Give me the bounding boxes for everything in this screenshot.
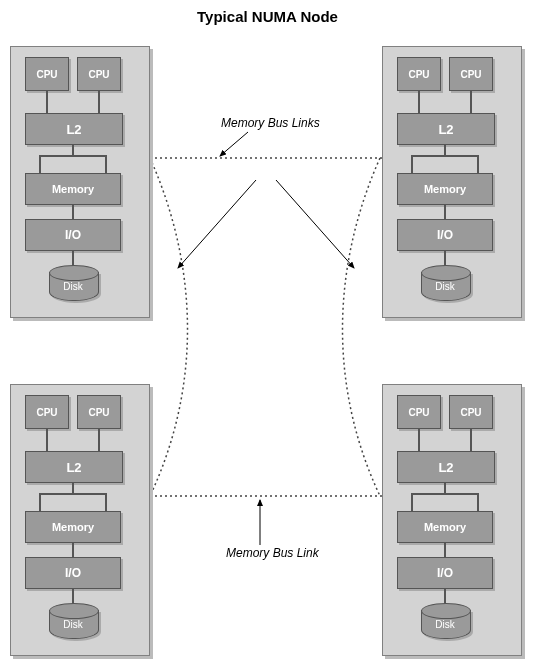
wire: [72, 145, 74, 155]
svg-line-2: [220, 132, 248, 156]
disk-icon: Disk: [49, 265, 97, 307]
wire: [418, 91, 420, 113]
memory-bus-link-label: Memory Bus Link: [226, 546, 319, 560]
disk-icon: Disk: [49, 603, 97, 645]
io-block: I/O: [397, 219, 493, 251]
wire: [39, 155, 41, 173]
cpu-chip: CPU: [25, 395, 69, 429]
wire: [470, 429, 472, 451]
cpu-block: CPU: [397, 57, 441, 91]
wire: [39, 493, 107, 495]
numa-node-tr: CPUCPUL2MemoryI/ODisk: [382, 46, 522, 318]
wire: [418, 429, 420, 451]
wire: [98, 91, 100, 113]
wire: [105, 493, 107, 511]
wire: [411, 493, 413, 511]
io-block: I/O: [397, 557, 493, 589]
wire: [411, 493, 479, 495]
wire: [444, 205, 446, 219]
cpu-chip: CPU: [77, 395, 121, 429]
wire: [72, 543, 74, 557]
wire: [105, 155, 107, 173]
cpu-chip: CPU: [25, 57, 69, 91]
cpu-block: CPU: [397, 395, 441, 429]
io-block: I/O: [25, 219, 121, 251]
wire: [444, 543, 446, 557]
l2-cache: L2: [397, 113, 495, 145]
cpu-block: CPU: [449, 57, 493, 91]
memory-block: Memory: [25, 511, 121, 543]
cpu-chip: CPU: [397, 57, 441, 91]
l2-cache: L2: [25, 113, 123, 145]
numa-diagram: Typical NUMA Node Memory Bus Links Memor…: [0, 0, 535, 663]
wire: [411, 155, 479, 157]
wire: [72, 483, 74, 493]
wire: [444, 145, 446, 155]
numa-node-tl: CPUCPUL2MemoryI/ODisk: [10, 46, 150, 318]
memory-block: Memory: [25, 173, 121, 205]
wire: [477, 493, 479, 511]
cpu-block: CPU: [449, 395, 493, 429]
numa-node-bl: CPUCPUL2MemoryI/ODisk: [10, 384, 150, 656]
cpu-chip: CPU: [449, 57, 493, 91]
diagram-title: Typical NUMA Node: [0, 8, 535, 25]
io-block: I/O: [25, 557, 121, 589]
cpu-block: CPU: [77, 57, 121, 91]
wire: [39, 155, 107, 157]
cpu-chip: CPU: [397, 395, 441, 429]
svg-line-3: [178, 180, 256, 268]
wire: [46, 91, 48, 113]
memory-block: Memory: [397, 511, 493, 543]
wire: [39, 493, 41, 511]
cpu-chip: CPU: [77, 57, 121, 91]
wire: [98, 429, 100, 451]
wire: [72, 205, 74, 219]
memory-bus-links-label: Memory Bus Links: [221, 116, 320, 130]
cpu-block: CPU: [77, 395, 121, 429]
wire: [411, 155, 413, 173]
svg-line-4: [276, 180, 354, 268]
disk-icon: Disk: [421, 603, 469, 645]
wire: [46, 429, 48, 451]
l2-cache: L2: [397, 451, 495, 483]
wire: [470, 91, 472, 113]
cpu-block: CPU: [25, 395, 69, 429]
cpu-block: CPU: [25, 57, 69, 91]
cpu-chip: CPU: [449, 395, 493, 429]
numa-node-br: CPUCPUL2MemoryI/ODisk: [382, 384, 522, 656]
wire: [477, 155, 479, 173]
disk-icon: Disk: [421, 265, 469, 307]
wire: [444, 483, 446, 493]
l2-cache: L2: [25, 451, 123, 483]
memory-block: Memory: [397, 173, 493, 205]
